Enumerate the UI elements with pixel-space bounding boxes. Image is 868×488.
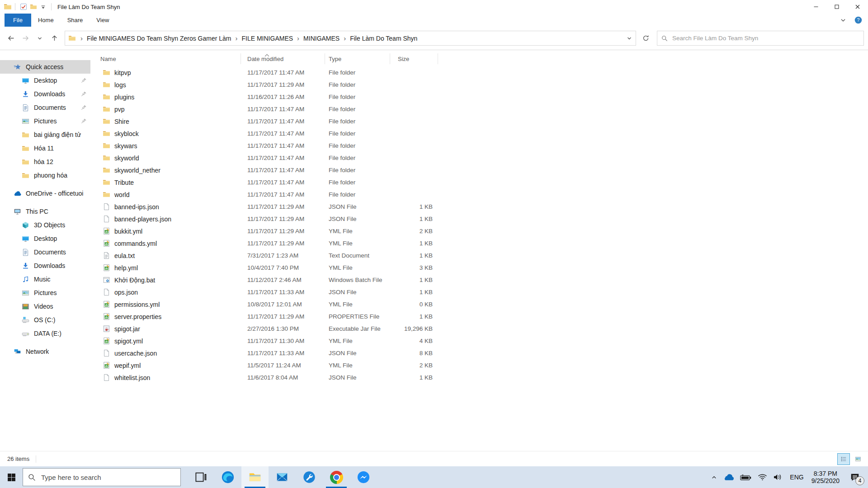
file-row[interactable]: plugins11/16/2017 11:26 AMFile folder — [100, 91, 868, 103]
quick-access-toolbar-properties-button[interactable] — [20, 3, 27, 10]
file-row[interactable]: Tribute11/17/2017 11:47 AMFile folder — [100, 176, 868, 188]
file-row[interactable]: Shire11/17/2017 11:47 AMFile folder — [100, 115, 868, 127]
column-header-size[interactable]: Size — [390, 53, 438, 64]
sidebar-item-pictures[interactable]: Pictures — [0, 286, 90, 300]
file-row[interactable]: logs11/17/2017 11:29 AMFile folder — [100, 79, 868, 91]
breadcrumb-item[interactable]: File MINIGAMES Do Team Shyn Zeros Gamer … — [85, 33, 233, 44]
tray-expand-button[interactable] — [711, 474, 717, 481]
file-row[interactable]: permissions.yml10/8/2017 12:01 AMYML Fil… — [100, 298, 868, 310]
file-row[interactable]: pvp11/17/2017 11:47 AMFile folder — [100, 103, 868, 115]
taskbar-app-task-view[interactable] — [187, 466, 214, 488]
file-row[interactable]: eula.txt7/31/2017 1:23 AMText Document1 … — [100, 249, 868, 262]
taskbar-app-file-explorer[interactable] — [241, 466, 269, 488]
taskbar-search-input[interactable] — [40, 473, 175, 482]
file-row[interactable]: Khởi Động.bat11/12/2017 2:46 AMWindows B… — [100, 274, 868, 286]
action-center-button[interactable]: 4 — [846, 468, 863, 486]
file-row[interactable]: commands.yml11/17/2017 11:29 AMYML File1… — [100, 237, 868, 249]
file-row[interactable]: skyblock11/17/2017 11:47 AMFile folder — [100, 127, 868, 140]
sidebar-item-h-a-11[interactable]: Hóa 11 — [0, 141, 90, 155]
breadcrumb-item[interactable]: File Làm Do Team Shyn — [349, 33, 419, 44]
expand-ribbon-button[interactable] — [840, 17, 846, 23]
file-row[interactable]: help.yml10/4/2017 7:40 PMYML File3 KB — [100, 262, 868, 274]
clock[interactable]: 8:37 PM 9/25/2020 — [811, 470, 840, 484]
maximize-button[interactable] — [826, 0, 847, 14]
breadcrumb-item[interactable]: MINIGAMES — [302, 33, 341, 44]
customize-quick-access-toolbar-button[interactable] — [40, 5, 47, 9]
onedrive-tray-icon[interactable] — [723, 474, 734, 481]
sidebar-item-downloads[interactable]: Downloads — [0, 87, 90, 101]
details-view-button[interactable] — [837, 453, 850, 465]
file-row[interactable]: server.properties11/17/2017 11:29 AMPROP… — [100, 310, 868, 323]
file-row[interactable]: banned-ips.json11/17/2017 11:29 AMJSON F… — [100, 201, 868, 213]
view-toggles — [837, 453, 864, 465]
file-row[interactable]: ops.json11/17/2017 11:33 AMJSON File1 KB — [100, 286, 868, 298]
minimize-button[interactable] — [806, 0, 826, 14]
sidebar-item-h-a-12[interactable]: hóa 12 — [0, 155, 90, 169]
sidebar-item-phuong-h-a[interactable]: phuong hóa — [0, 169, 90, 182]
file-row[interactable]: usercache.json11/17/2017 11:33 AMJSON Fi… — [100, 347, 868, 359]
quick-access-toolbar-newfolder-button[interactable] — [30, 3, 37, 10]
help-button[interactable]: ? — [854, 16, 862, 24]
sidebar-item-downloads[interactable]: Downloads — [0, 259, 90, 272]
tab-share[interactable]: Share — [61, 14, 90, 27]
sidebar-item-network[interactable]: Network — [0, 345, 90, 358]
sidebar-item-videos[interactable]: Videos — [0, 300, 90, 313]
sidebar-item-this-pc[interactable]: This PC — [0, 205, 90, 218]
sidebar-item-desktop[interactable]: Desktop — [0, 232, 90, 245]
taskbar-app-messenger[interactable] — [350, 466, 377, 488]
sidebar-item-3d-objects[interactable]: 3D Objects — [0, 218, 90, 232]
file-name: skyworld — [114, 155, 139, 162]
back-button[interactable] — [4, 32, 18, 45]
start-button[interactable] — [0, 466, 23, 488]
close-button[interactable] — [847, 0, 868, 14]
file-row[interactable]: banned-players.json11/17/2017 11:29 AMJS… — [100, 213, 868, 225]
search-input[interactable] — [671, 34, 859, 42]
taskbar-app-settings-tool[interactable] — [296, 466, 323, 488]
sidebar-item-data-e-[interactable]: DATA (E:) — [0, 327, 90, 340]
breadcrumb-item[interactable]: FILE MINIGAMES — [241, 33, 295, 44]
language-indicator[interactable]: ENG — [789, 474, 804, 481]
file-name-cell: kitpvp — [100, 69, 241, 76]
file-name-cell: help.yml — [100, 264, 241, 272]
column-header-type[interactable]: Type — [325, 53, 390, 64]
column-header-date-modified[interactable]: Date modified — [241, 53, 325, 64]
wifi-icon[interactable] — [758, 474, 767, 481]
column-header-name[interactable]: Name — [100, 53, 241, 64]
up-button[interactable] — [47, 32, 61, 45]
file-row[interactable]: world11/17/2017 11:47 AMFile folder — [100, 188, 868, 201]
file-row[interactable]: wepif.yml11/5/2017 11:24 AMYML File2 KB — [100, 359, 868, 371]
file-row[interactable]: whitelist.json11/6/2017 8:04 AMJSON File… — [100, 371, 868, 384]
file-name-cell: commands.yml — [100, 239, 241, 247]
taskbar-app-edge[interactable] — [214, 466, 241, 488]
sidebar-item-desktop[interactable]: Desktop — [0, 74, 90, 87]
sidebar-item-music[interactable]: Music — [0, 272, 90, 286]
bat-icon — [103, 276, 110, 284]
address-dropdown-button[interactable] — [623, 31, 636, 45]
file-row[interactable]: bukkit.yml11/17/2017 11:29 AMYML File2 K… — [100, 225, 868, 237]
taskbar-app-chrome[interactable] — [323, 466, 350, 488]
file-row[interactable]: spigot.jar2/27/2016 1:30 PMExecutable Ja… — [100, 323, 868, 335]
refresh-button[interactable] — [639, 32, 652, 45]
address-bar[interactable]: ›File MINIGAMES Do Team Shyn Zeros Gamer… — [65, 31, 636, 46]
tab-home[interactable]: Home — [31, 14, 61, 27]
forward-button[interactable] — [19, 32, 32, 45]
volume-icon[interactable] — [773, 474, 783, 481]
file-row[interactable]: skyworld_nether11/17/2017 11:47 AMFile f… — [100, 164, 868, 176]
tab-file[interactable]: File — [5, 14, 31, 27]
sidebar-item-onedrive-officetuoi[interactable]: OneDrive - officetuoi — [0, 187, 90, 200]
thumbnail-view-button[interactable] — [852, 453, 864, 465]
file-row[interactable]: kitpvp11/17/2017 11:47 AMFile folder — [100, 66, 868, 79]
sidebar-item-pictures[interactable]: Pictures — [0, 114, 90, 128]
tab-view[interactable]: View — [90, 14, 116, 27]
battery-icon[interactable] — [740, 474, 752, 481]
file-row[interactable]: spigot.yml11/17/2017 11:30 AMYML File4 K… — [100, 335, 868, 347]
sidebar-item-bai-gi-ng-i-n-t-[interactable]: bai giảng điện tử — [0, 128, 90, 141]
sidebar-item-os-c-[interactable]: OS (C:) — [0, 313, 90, 327]
sidebar-item-documents[interactable]: Documents — [0, 101, 90, 114]
sidebar-item-documents[interactable]: Documents — [0, 245, 90, 259]
recent-locations-button[interactable] — [33, 32, 47, 45]
file-row[interactable]: skyworld11/17/2017 11:47 AMFile folder — [100, 152, 868, 164]
sidebar-item-quick-access[interactable]: Quick access — [0, 60, 90, 74]
taskbar-app-mail[interactable] — [269, 466, 296, 488]
file-row[interactable]: skywars11/17/2017 11:47 AMFile folder — [100, 140, 868, 152]
